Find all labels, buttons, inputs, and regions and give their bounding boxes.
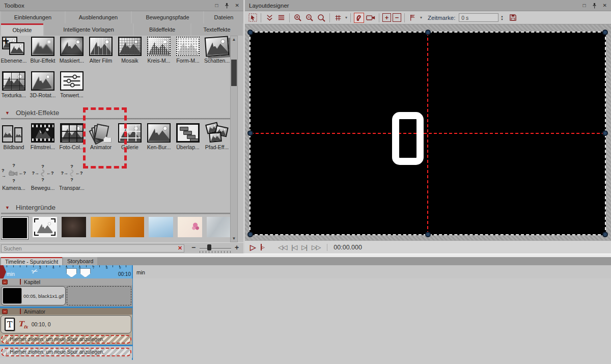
thumbnail-size-slider-track[interactable] [200,248,231,249]
zoom-in-button[interactable] [293,13,303,23]
handle-bottom-right[interactable] [602,232,608,237]
effect-bildband[interactable]: Bildband [2,123,26,150]
zeitmarke-input[interactable] [459,13,498,22]
play-button[interactable]: ▷ [250,243,256,252]
scroll-down-icon[interactable]: ▼ [231,236,237,241]
next-button[interactable]: ▷| [301,243,307,251]
forward-button[interactable]: ▷▷ [312,243,320,251]
tab-bildeffekte[interactable]: Bildeffekte [134,23,190,36]
spin-down-icon[interactable]: ▼ [501,18,503,21]
maximize-icon[interactable]: □ [215,3,218,8]
tab-objekte[interactable]: Objekte [1,23,43,36]
effect-alter-film[interactable]: Alter Film [89,37,113,64]
handle-middle-left[interactable] [247,130,253,136]
maximize-icon[interactable]: □ [583,3,586,8]
track-header-kapitel[interactable]: − Kapitel [0,278,132,285]
background-orange-dark[interactable] [120,217,144,237]
effect-form[interactable]: Form-M... [176,37,200,64]
toolbox-scrollbar[interactable]: ▲ ▼ [230,36,238,242]
effect-ken-burns[interactable]: Ken-Bur... [147,123,171,150]
camera-preview-button[interactable] [366,13,376,23]
select-tool-button[interactable] [247,13,258,23]
new-track-dropzone-1[interactable]: ↓ Hierher ziehen, um neue Spur anzulegen… [1,335,131,344]
clip-text-object[interactable]: T Tfx 00:10, 0 [1,315,131,333]
tab-bewegungspfade[interactable]: Bewegungspfade [132,11,203,23]
marker-dropdown-caret[interactable]: ▾ [420,15,422,20]
effect-mosaik[interactable]: Mosaik [118,37,142,64]
tab-einblendungen[interactable]: Einblendungen [1,11,65,23]
handle-bottom-center[interactable] [425,232,431,237]
background-frame[interactable] [33,217,57,237]
scroll-up-icon[interactable]: ▲ [231,37,237,42]
effect-3d-rotation[interactable]: 3D-Rotat... [31,71,55,98]
effect-filmstreifen[interactable]: Filmstrei... [31,123,55,150]
background-black-selected[interactable] [2,217,28,239]
remove-keyframe-button[interactable]: − [393,13,401,22]
section-hintergruende[interactable]: ▼ Hintergründe [5,204,55,211]
handle-top-left[interactable] [247,30,253,35]
close-icon[interactable]: ✕ [235,3,239,8]
handle-top-center[interactable] [425,30,431,35]
zoom-out-minus[interactable]: − [191,243,196,251]
track-header-animator[interactable]: − Animator [0,308,132,315]
handle-middle-right[interactable] [602,130,608,136]
snap-down-button[interactable] [264,13,274,23]
layoutdesigner-titlebar[interactable]: Layoutdesigner □ ✕ [245,0,611,11]
tab-timeline-spuransicht[interactable]: Timeline - Spuransicht [1,257,62,265]
effect-transparenz[interactable]: ? ?→ ←? ? Transpar... [60,163,84,191]
effect-tonwert[interactable]: Tonwert... [60,71,84,98]
search-input[interactable] [1,244,184,253]
collapse-track-icon[interactable]: − [2,279,8,285]
zeitmarke-spinner[interactable]: ▲ ▼ [501,15,503,21]
timeline-ruler[interactable]: 3 4 5 6 7 8 9 min ✂ 00:10 [0,265,133,278]
new-track-dropzone-2[interactable]: ↓ Hierher ziehen, um neue Spur anzulegen… [1,348,131,356]
canvas[interactable]: 0 [249,32,606,235]
effect-foto-collage[interactable]: Foto-Col... [60,123,84,150]
tab-dateien[interactable]: Dateien [204,11,243,23]
collapse-caret-icon[interactable]: ▼ [5,110,10,116]
search-clear-icon[interactable]: ✕ [178,245,182,251]
clip-black1x1[interactable]: 00:05, black1x1.gif [1,286,66,305]
section-objekt-effekte[interactable]: ▼ Objekt-Effekte [5,109,59,117]
effect-kameraschwenk[interactable]: ? ?→ ←? ? Kamera... [2,163,26,191]
tab-texteffekte[interactable]: Texteffekte [191,23,242,36]
previous-button[interactable]: |◁ [291,243,297,251]
play-from-here-button[interactable]: ▹ [261,244,265,250]
pin-icon[interactable] [592,3,597,9]
effect-texturkacheln[interactable]: Texturka... [2,71,26,98]
close-icon[interactable]: ✕ [603,3,607,8]
range-flag-start[interactable] [66,268,77,277]
zoom-in-plus[interactable]: + [235,243,239,251]
scissors-icon[interactable]: ✂ [30,266,39,276]
effect-ueberlappung[interactable]: Überlap... [176,123,200,150]
grid-dropdown-caret[interactable]: ▾ [345,15,347,20]
effect-ebenen[interactable]: + Ebenene... [2,37,26,64]
tab-intelligente-vorlagen[interactable]: Intelligente Vorlagen [44,23,133,36]
range-flag-end[interactable] [80,268,91,277]
effect-pfad[interactable]: Pfad-Eff... [205,123,229,150]
toolbox-titlebar[interactable]: Toolbox □ ✕ [0,0,243,11]
effect-blur[interactable]: Blur-Effekt [31,37,55,64]
collapse-track-icon[interactable]: − [2,309,8,314]
zoom-fit-button[interactable] [316,13,326,23]
curve-tool-button-active[interactable] [354,13,364,23]
background-marble[interactable] [207,217,231,237]
thumbnail-size-slider-thumb[interactable] [207,244,211,250]
add-keyframe-button[interactable]: + [382,13,391,22]
effect-maskiert[interactable]: Maskiert... [60,37,84,64]
handle-bottom-left[interactable] [247,232,253,237]
layers-button[interactable] [276,13,286,23]
tab-storyboard[interactable]: Storyboard [63,257,97,265]
effect-bewegung[interactable]: ? ?→ ←? ? Bewegu... [31,163,55,191]
background-flowers[interactable] [178,217,202,237]
tab-ausblendungen[interactable]: Ausblendungen [66,11,131,23]
rewind-button[interactable]: ◁◁ [278,243,287,251]
save-button[interactable] [508,13,518,23]
effect-schatten[interactable]: Schatten... [205,37,229,64]
background-dark-texture[interactable] [62,217,86,237]
scrollbar-thumb[interactable] [231,60,237,86]
marker-flag-button[interactable] [408,13,418,23]
effect-kreis[interactable]: Kreis-M... [147,37,171,64]
pin-icon[interactable] [225,3,229,9]
zoom-out-button[interactable] [304,13,315,23]
